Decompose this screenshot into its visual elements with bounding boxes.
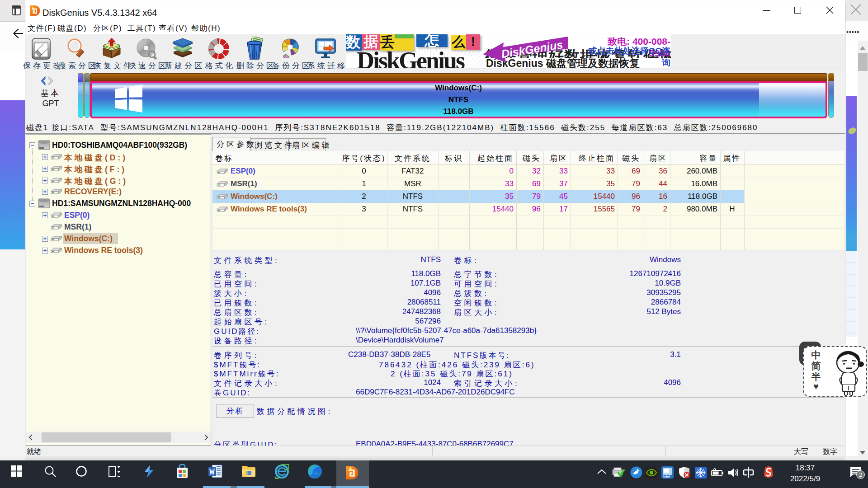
svg-text:DiskGenius: DiskGenius (500, 38, 564, 60)
svg-text:intel: intel (663, 475, 670, 478)
